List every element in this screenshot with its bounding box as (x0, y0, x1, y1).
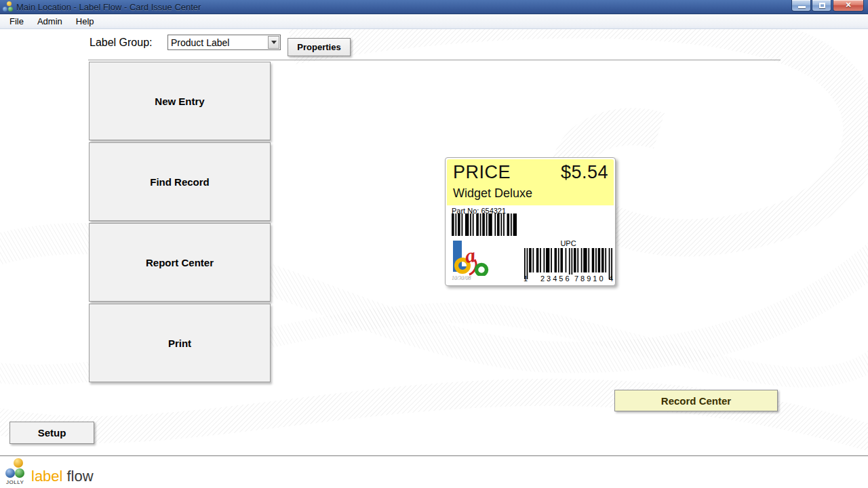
header-divider (88, 60, 781, 60)
brand-word-label: label (31, 468, 62, 485)
chevron-down-icon (271, 41, 277, 44)
label-preview: PRICE $5.54 Widget Deluxe Part No: 65432… (445, 157, 616, 286)
app-icon-yellow-dot (7, 1, 12, 6)
sample-logo-graphic: a (452, 241, 495, 276)
label-group-label: Label Group: (90, 37, 153, 49)
menu-help[interactable]: Help (69, 15, 101, 28)
product-brand: labelflow (31, 468, 94, 485)
app-icon-green-dot (8, 7, 13, 12)
close-icon: ✕ (833, 1, 863, 9)
upc-digit-lead: 1 (524, 274, 528, 283)
upc-digit-check: 4 (609, 274, 613, 283)
app-icon (3, 1, 14, 12)
product-name: Widget Deluxe (453, 186, 608, 201)
minimize-icon (798, 6, 806, 8)
properties-button[interactable]: Properties (288, 38, 351, 56)
label-group-dropdown[interactable]: Product Label (167, 35, 281, 50)
app-icon-blue-dot (3, 7, 7, 12)
new-entry-button[interactable]: New Entry (89, 62, 271, 140)
upc-digit-right: 78910 (573, 274, 607, 283)
restore-icon (819, 3, 825, 8)
label-date: 10/30/08 (452, 275, 471, 281)
restore-button[interactable] (812, 0, 831, 12)
jolly-brand-name: JOLLY (6, 479, 24, 485)
find-record-button[interactable]: Find Record (89, 142, 271, 221)
window-controls: ✕ (791, 0, 864, 12)
close-button[interactable]: ✕ (833, 0, 864, 12)
part-number-barcode (452, 214, 517, 236)
price-label: PRICE (453, 162, 511, 183)
jolly-logo-yellow-sphere (14, 458, 23, 468)
menu-admin[interactable]: Admin (31, 15, 69, 28)
menu-bar: File Admin Help (0, 14, 868, 29)
brand-word-flow: flow (66, 468, 93, 485)
jolly-logo-blue-sphere (5, 468, 15, 478)
upc-digit-left: 23456 (539, 274, 573, 283)
footer: JOLLY labelflow (0, 455, 868, 488)
upc-block: UPC 1 23456 78910 4 (524, 239, 612, 283)
jolly-logo-green-sphere (15, 468, 24, 478)
dropdown-arrow-button[interactable] (268, 36, 279, 49)
print-button[interactable]: Print (89, 304, 271, 382)
app-window: Main Location - Label Flow - Card Issue … (0, 0, 868, 488)
label-preview-header: PRICE $5.54 Widget Deluxe (447, 159, 614, 205)
title-bar: Main Location - Label Flow - Card Issue … (0, 0, 868, 14)
upc-digits: 1 23456 78910 4 (524, 274, 612, 283)
report-center-button[interactable]: Report Center (89, 223, 271, 302)
minimize-button[interactable] (791, 0, 811, 12)
main-content: Label Group: Product Label Properties Ne… (0, 29, 868, 455)
label-group-selected-value: Product Label (168, 37, 268, 48)
price-value: $5.54 (561, 162, 608, 183)
upc-label: UPC (524, 239, 612, 247)
setup-button[interactable]: Setup (9, 422, 94, 444)
menu-file[interactable]: File (3, 15, 31, 28)
svg-text:a: a (463, 243, 476, 267)
window-title: Main Location - Label Flow - Card Issue … (16, 2, 201, 12)
jolly-logo: JOLLY (5, 458, 28, 485)
record-center-button[interactable]: Record Center (614, 390, 778, 411)
